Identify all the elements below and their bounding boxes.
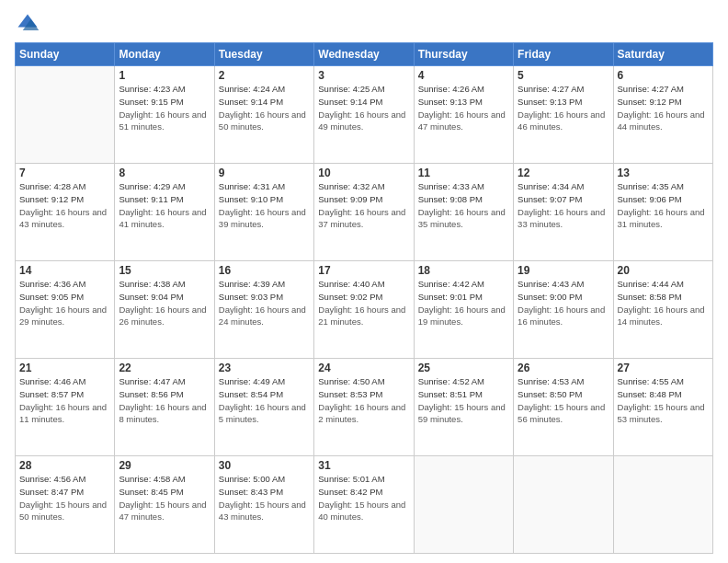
day-info: Sunrise: 4:39 AMSunset: 9:03 PMDaylight:… <box>219 278 310 328</box>
calendar-cell: 16Sunrise: 4:39 AMSunset: 9:03 PMDayligh… <box>214 261 313 359</box>
calendar-table: SundayMondayTuesdayWednesdayThursdayFrid… <box>15 42 713 554</box>
calendar-week-row: 28Sunrise: 4:56 AMSunset: 8:47 PMDayligh… <box>16 456 713 554</box>
calendar-cell: 17Sunrise: 4:40 AMSunset: 9:02 PMDayligh… <box>314 261 414 359</box>
calendar-cell: 31Sunrise: 5:01 AMSunset: 8:42 PMDayligh… <box>314 456 414 554</box>
calendar-cell: 18Sunrise: 4:42 AMSunset: 9:01 PMDayligh… <box>414 261 513 359</box>
calendar-cell: 15Sunrise: 4:38 AMSunset: 9:04 PMDayligh… <box>115 261 214 359</box>
logo <box>15 11 44 37</box>
day-number: 26 <box>518 362 609 374</box>
col-header-wednesday: Wednesday <box>314 43 414 66</box>
day-number: 28 <box>19 459 110 472</box>
day-number: 31 <box>318 459 409 472</box>
calendar-week-row: 14Sunrise: 4:36 AMSunset: 9:05 PMDayligh… <box>16 261 713 359</box>
day-number: 25 <box>418 362 509 374</box>
day-info: Sunrise: 4:31 AMSunset: 9:10 PMDaylight:… <box>219 180 310 231</box>
day-number: 15 <box>119 264 210 277</box>
day-number: 18 <box>418 264 509 277</box>
day-number: 16 <box>219 264 310 277</box>
day-number: 30 <box>219 459 310 472</box>
calendar-cell: 26Sunrise: 4:53 AMSunset: 8:50 PMDayligh… <box>514 359 613 456</box>
day-info: Sunrise: 4:42 AMSunset: 9:01 PMDaylight:… <box>418 278 509 328</box>
day-info: Sunrise: 4:24 AMSunset: 9:14 PMDaylight:… <box>219 83 310 133</box>
day-info: Sunrise: 4:35 AMSunset: 9:06 PMDaylight:… <box>618 180 709 231</box>
day-info: Sunrise: 4:23 AMSunset: 9:15 PMDaylight:… <box>119 83 210 133</box>
day-number: 4 <box>418 69 509 82</box>
day-number: 1 <box>119 69 210 82</box>
day-number: 27 <box>618 362 709 374</box>
day-number: 6 <box>618 69 709 82</box>
day-info: Sunrise: 4:50 AMSunset: 8:53 PMDaylight:… <box>318 375 409 426</box>
calendar-cell <box>414 456 513 554</box>
calendar-cell: 4Sunrise: 4:26 AMSunset: 9:13 PMDaylight… <box>414 66 513 164</box>
calendar-cell: 21Sunrise: 4:46 AMSunset: 8:57 PMDayligh… <box>16 359 115 456</box>
day-number: 7 <box>19 167 110 179</box>
day-info: Sunrise: 5:00 AMSunset: 8:43 PMDaylight:… <box>219 473 310 523</box>
calendar-cell: 8Sunrise: 4:29 AMSunset: 9:11 PMDaylight… <box>115 164 214 261</box>
col-header-thursday: Thursday <box>414 43 513 66</box>
day-info: Sunrise: 4:33 AMSunset: 9:08 PMDaylight:… <box>418 180 509 231</box>
day-number: 3 <box>318 69 409 82</box>
day-info: Sunrise: 4:40 AMSunset: 9:02 PMDaylight:… <box>318 278 409 328</box>
calendar-cell <box>613 456 712 554</box>
page: SundayMondayTuesdayWednesdayThursdayFrid… <box>0 0 728 563</box>
calendar-cell: 14Sunrise: 4:36 AMSunset: 9:05 PMDayligh… <box>16 261 115 359</box>
day-info: Sunrise: 4:53 AMSunset: 8:50 PMDaylight:… <box>518 375 609 426</box>
day-number: 14 <box>19 264 110 277</box>
day-info: Sunrise: 4:36 AMSunset: 9:05 PMDaylight:… <box>19 278 110 328</box>
calendar-cell: 10Sunrise: 4:32 AMSunset: 9:09 PMDayligh… <box>314 164 414 261</box>
day-info: Sunrise: 4:47 AMSunset: 8:56 PMDaylight:… <box>119 375 210 426</box>
day-number: 23 <box>219 362 310 374</box>
day-info: Sunrise: 4:49 AMSunset: 8:54 PMDaylight:… <box>219 375 310 426</box>
day-number: 19 <box>518 264 609 277</box>
calendar-cell: 9Sunrise: 4:31 AMSunset: 9:10 PMDaylight… <box>214 164 313 261</box>
calendar-cell: 20Sunrise: 4:44 AMSunset: 8:58 PMDayligh… <box>613 261 712 359</box>
calendar-cell: 7Sunrise: 4:28 AMSunset: 9:12 PMDaylight… <box>16 164 115 261</box>
calendar-cell: 5Sunrise: 4:27 AMSunset: 9:13 PMDaylight… <box>514 66 613 164</box>
day-number: 22 <box>119 362 210 374</box>
calendar-cell: 25Sunrise: 4:52 AMSunset: 8:51 PMDayligh… <box>414 359 513 456</box>
day-info: Sunrise: 4:58 AMSunset: 8:45 PMDaylight:… <box>119 473 210 523</box>
calendar-cell: 2Sunrise: 4:24 AMSunset: 9:14 PMDaylight… <box>214 66 313 164</box>
day-number: 5 <box>518 69 609 82</box>
calendar-cell: 12Sunrise: 4:34 AMSunset: 9:07 PMDayligh… <box>514 164 613 261</box>
day-info: Sunrise: 4:55 AMSunset: 8:48 PMDaylight:… <box>618 375 709 426</box>
header <box>15 11 713 37</box>
day-info: Sunrise: 4:28 AMSunset: 9:12 PMDaylight:… <box>19 180 110 231</box>
day-info: Sunrise: 4:32 AMSunset: 9:09 PMDaylight:… <box>318 180 409 231</box>
day-number: 24 <box>318 362 409 374</box>
day-info: Sunrise: 4:52 AMSunset: 8:51 PMDaylight:… <box>418 375 509 426</box>
calendar-cell: 28Sunrise: 4:56 AMSunset: 8:47 PMDayligh… <box>16 456 115 554</box>
calendar-week-row: 1Sunrise: 4:23 AMSunset: 9:15 PMDaylight… <box>16 66 713 164</box>
calendar-cell: 19Sunrise: 4:43 AMSunset: 9:00 PMDayligh… <box>514 261 613 359</box>
calendar-header-row: SundayMondayTuesdayWednesdayThursdayFrid… <box>16 43 713 66</box>
calendar-week-row: 7Sunrise: 4:28 AMSunset: 9:12 PMDaylight… <box>16 164 713 261</box>
day-number: 21 <box>19 362 110 374</box>
day-info: Sunrise: 4:56 AMSunset: 8:47 PMDaylight:… <box>19 473 110 523</box>
day-number: 11 <box>418 167 509 179</box>
day-info: Sunrise: 4:27 AMSunset: 9:12 PMDaylight:… <box>618 83 709 133</box>
day-number: 10 <box>318 167 409 179</box>
logo-icon <box>15 11 40 37</box>
day-number: 9 <box>219 167 310 179</box>
calendar-cell: 11Sunrise: 4:33 AMSunset: 9:08 PMDayligh… <box>414 164 513 261</box>
col-header-friday: Friday <box>514 43 613 66</box>
day-info: Sunrise: 4:44 AMSunset: 8:58 PMDaylight:… <box>618 278 709 328</box>
calendar-cell <box>514 456 613 554</box>
day-info: Sunrise: 5:01 AMSunset: 8:42 PMDaylight:… <box>318 473 409 523</box>
day-number: 13 <box>618 167 709 179</box>
day-number: 12 <box>518 167 609 179</box>
day-number: 8 <box>119 167 210 179</box>
calendar-week-row: 21Sunrise: 4:46 AMSunset: 8:57 PMDayligh… <box>16 359 713 456</box>
day-info: Sunrise: 4:29 AMSunset: 9:11 PMDaylight:… <box>119 180 210 231</box>
day-number: 29 <box>119 459 210 472</box>
col-header-sunday: Sunday <box>16 43 115 66</box>
calendar-cell: 13Sunrise: 4:35 AMSunset: 9:06 PMDayligh… <box>613 164 712 261</box>
col-header-monday: Monday <box>115 43 214 66</box>
day-number: 2 <box>219 69 310 82</box>
day-number: 17 <box>318 264 409 277</box>
calendar-cell <box>16 66 115 164</box>
calendar-cell: 3Sunrise: 4:25 AMSunset: 9:14 PMDaylight… <box>314 66 414 164</box>
day-number: 20 <box>618 264 709 277</box>
day-info: Sunrise: 4:46 AMSunset: 8:57 PMDaylight:… <box>19 375 110 426</box>
day-info: Sunrise: 4:38 AMSunset: 9:04 PMDaylight:… <box>119 278 210 328</box>
